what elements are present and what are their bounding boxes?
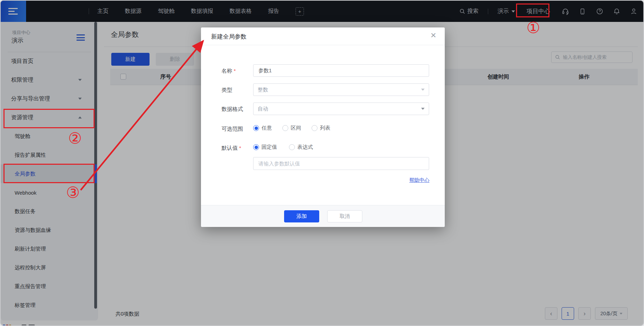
radio-option-any[interactable]: 任意 <box>253 125 272 131</box>
annotation-step-1: ① <box>526 20 540 35</box>
name-field-label: 名称* <box>222 67 236 75</box>
radio-label: 固定值 <box>261 144 277 150</box>
default-field-label: 默认值* <box>222 145 241 152</box>
annotation-step-3: ③ <box>66 185 80 200</box>
chevron-down-icon <box>421 89 425 91</box>
help-center-link[interactable]: 帮助中心 <box>409 177 429 184</box>
radio-option-interval[interactable]: 区间 <box>282 125 301 131</box>
radio-label: 表达式 <box>297 144 313 150</box>
dialog-title: 新建全局参数 <box>211 33 247 41</box>
add-button[interactable]: 添加 <box>284 210 319 222</box>
radio-label: 区间 <box>291 125 301 131</box>
radio-option-list[interactable]: 列表 <box>312 125 330 131</box>
default-radio-group: 固定值 表达式 <box>253 144 313 150</box>
type-select-value: 整数 <box>258 87 421 93</box>
close-icon[interactable]: ✕ <box>430 32 436 39</box>
name-input[interactable] <box>258 67 425 74</box>
format-field-label: 数据格式 <box>222 106 243 113</box>
radio-icon <box>312 125 317 131</box>
annotation-box-resource-mgmt <box>3 109 95 128</box>
annotation-box-global-params <box>3 164 95 183</box>
radio-label: 列表 <box>320 125 330 131</box>
cancel-button[interactable]: 取消 <box>327 210 362 222</box>
radio-label: 任意 <box>261 125 272 131</box>
range-radio-group: 任意 区间 列表 <box>253 125 330 131</box>
field-label-text: 默认值 <box>222 145 238 151</box>
format-select-value: 自动 <box>258 106 421 112</box>
radio-selected-icon <box>253 125 259 131</box>
type-field-label: 类型 <box>222 87 232 94</box>
radio-option-expression[interactable]: 表达式 <box>289 144 313 150</box>
range-field-label: 可选范围 <box>222 125 243 133</box>
radio-selected-icon <box>253 144 259 150</box>
required-mark: * <box>239 145 241 151</box>
dropdown-arrow-icon <box>421 108 425 110</box>
create-global-param-dialog: 新建全局参数 ✕ 名称* 类型 整数 数据格式 自动 可选范围 任意 区 <box>201 27 445 227</box>
default-value-field <box>253 157 429 170</box>
field-label-text: 名称 <box>222 68 232 74</box>
type-select[interactable]: 整数 <box>253 83 429 96</box>
radio-option-fixed-value[interactable]: 固定值 <box>253 144 277 150</box>
name-field <box>253 64 429 77</box>
radio-icon <box>282 125 288 131</box>
app-window: 主页 数据源 驾驶舱 数据填报 数据表格 报告 + 搜索 演示 项目中心 <box>0 0 644 326</box>
default-value-input[interactable] <box>258 160 425 167</box>
annotation-box-project-center <box>516 3 549 17</box>
dialog-footer: 添加 取消 <box>201 205 445 227</box>
radio-icon <box>289 144 295 150</box>
format-select[interactable]: 自动 <box>253 103 429 115</box>
required-mark: * <box>234 68 236 74</box>
dialog-header-divider <box>201 45 445 45</box>
annotation-step-2: ② <box>68 131 82 146</box>
